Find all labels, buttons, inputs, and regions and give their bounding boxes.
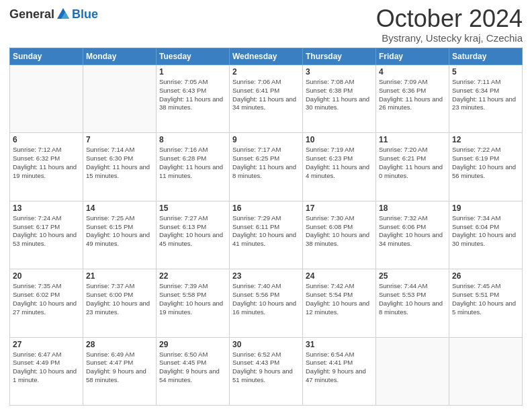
- day-info: Sunrise: 7:39 AM Sunset: 5:58 PM Dayligh…: [159, 282, 226, 316]
- col-header-friday: Friday: [376, 48, 449, 65]
- calendar-week-row: 27Sunrise: 6:47 AM Sunset: 4:49 PM Dayli…: [10, 337, 523, 405]
- calendar-header-row: SundayMondayTuesdayWednesdayThursdayFrid…: [10, 48, 523, 65]
- day-number: 19: [452, 203, 519, 213]
- calendar-cell: 14Sunrise: 7:25 AM Sunset: 6:15 PM Dayli…: [83, 201, 157, 269]
- day-number: 26: [452, 271, 519, 281]
- day-number: 15: [159, 203, 226, 213]
- day-number: 1: [159, 67, 226, 77]
- day-number: 18: [379, 203, 446, 213]
- col-header-saturday: Saturday: [449, 48, 523, 65]
- day-number: 7: [86, 135, 153, 144]
- day-info: Sunrise: 7:14 AM Sunset: 6:30 PM Dayligh…: [86, 146, 153, 180]
- calendar-cell: 21Sunrise: 7:37 AM Sunset: 6:00 PM Dayli…: [83, 269, 157, 337]
- day-number: 27: [13, 340, 80, 349]
- day-number: 13: [13, 203, 80, 213]
- day-number: 5: [452, 67, 519, 77]
- col-header-thursday: Thursday: [303, 48, 376, 65]
- calendar-cell: 18Sunrise: 7:32 AM Sunset: 6:06 PM Dayli…: [376, 201, 449, 269]
- calendar-cell: 1Sunrise: 7:05 AM Sunset: 6:43 PM Daylig…: [157, 65, 230, 133]
- day-info: Sunrise: 7:20 AM Sunset: 6:21 PM Dayligh…: [379, 146, 446, 180]
- calendar-cell: [83, 65, 157, 133]
- day-info: Sunrise: 6:49 AM Sunset: 4:47 PM Dayligh…: [86, 351, 153, 385]
- day-info: Sunrise: 6:54 AM Sunset: 4:41 PM Dayligh…: [306, 351, 373, 385]
- day-number: 28: [86, 340, 153, 349]
- day-number: 3: [306, 67, 373, 77]
- day-info: Sunrise: 7:16 AM Sunset: 6:28 PM Dayligh…: [159, 146, 226, 180]
- calendar-cell: [10, 65, 83, 133]
- day-number: 23: [232, 271, 300, 281]
- day-info: Sunrise: 7:27 AM Sunset: 6:13 PM Dayligh…: [159, 214, 226, 248]
- calendar-cell: [376, 337, 449, 405]
- calendar-cell: 30Sunrise: 6:52 AM Sunset: 4:43 PM Dayli…: [230, 337, 303, 405]
- day-info: Sunrise: 6:47 AM Sunset: 4:49 PM Dayligh…: [13, 351, 80, 385]
- logo-icon: [56, 7, 71, 21]
- day-info: Sunrise: 7:30 AM Sunset: 6:08 PM Dayligh…: [306, 214, 373, 248]
- title-area: October 2024 Bystrany, Ustecky kraj, Cze…: [376, 7, 523, 44]
- day-number: 17: [306, 203, 373, 213]
- logo-blue-text: Blue: [72, 7, 98, 21]
- calendar-week-row: 1Sunrise: 7:05 AM Sunset: 6:43 PM Daylig…: [10, 65, 523, 133]
- day-number: 8: [159, 135, 226, 144]
- calendar-cell: 27Sunrise: 6:47 AM Sunset: 4:49 PM Dayli…: [10, 337, 83, 405]
- calendar-week-row: 6Sunrise: 7:12 AM Sunset: 6:32 PM Daylig…: [10, 133, 523, 201]
- calendar-week-row: 13Sunrise: 7:24 AM Sunset: 6:17 PM Dayli…: [10, 201, 523, 269]
- calendar-cell: 5Sunrise: 7:11 AM Sunset: 6:34 PM Daylig…: [449, 65, 523, 133]
- day-info: Sunrise: 7:37 AM Sunset: 6:00 PM Dayligh…: [86, 282, 153, 316]
- calendar-cell: 20Sunrise: 7:35 AM Sunset: 6:02 PM Dayli…: [10, 269, 83, 337]
- day-number: 22: [159, 271, 226, 281]
- calendar-cell: 3Sunrise: 7:08 AM Sunset: 6:38 PM Daylig…: [303, 65, 376, 133]
- day-number: 21: [86, 271, 153, 281]
- day-info: Sunrise: 7:35 AM Sunset: 6:02 PM Dayligh…: [13, 282, 80, 316]
- page: General Blue October 2024 Bystrany, Uste…: [0, 0, 532, 411]
- day-number: 29: [159, 340, 226, 349]
- day-info: Sunrise: 7:06 AM Sunset: 6:41 PM Dayligh…: [232, 78, 300, 112]
- col-header-sunday: Sunday: [10, 48, 83, 65]
- day-number: 24: [306, 271, 373, 281]
- day-info: Sunrise: 7:09 AM Sunset: 6:36 PM Dayligh…: [379, 78, 446, 112]
- calendar-cell: 29Sunrise: 6:50 AM Sunset: 4:45 PM Dayli…: [157, 337, 230, 405]
- col-header-monday: Monday: [83, 48, 157, 65]
- calendar-cell: 22Sunrise: 7:39 AM Sunset: 5:58 PM Dayli…: [157, 269, 230, 337]
- calendar-cell: 23Sunrise: 7:40 AM Sunset: 5:56 PM Dayli…: [230, 269, 303, 337]
- day-number: 11: [379, 135, 446, 144]
- calendar-cell: 12Sunrise: 7:22 AM Sunset: 6:19 PM Dayli…: [449, 133, 523, 201]
- day-number: 16: [232, 203, 300, 213]
- location: Bystrany, Ustecky kraj, Czechia: [376, 32, 523, 44]
- day-number: 10: [306, 135, 373, 144]
- calendar-cell: 25Sunrise: 7:44 AM Sunset: 5:53 PM Dayli…: [376, 269, 449, 337]
- day-info: Sunrise: 7:22 AM Sunset: 6:19 PM Dayligh…: [452, 146, 519, 180]
- day-info: Sunrise: 6:50 AM Sunset: 4:45 PM Dayligh…: [159, 351, 226, 385]
- col-header-wednesday: Wednesday: [230, 48, 303, 65]
- day-number: 31: [306, 340, 373, 349]
- calendar-cell: 9Sunrise: 7:17 AM Sunset: 6:25 PM Daylig…: [230, 133, 303, 201]
- header: General Blue October 2024 Bystrany, Uste…: [9, 7, 523, 44]
- calendar-cell: [449, 337, 523, 405]
- day-info: Sunrise: 7:32 AM Sunset: 6:06 PM Dayligh…: [379, 214, 446, 248]
- day-number: 14: [86, 203, 153, 213]
- day-number: 6: [13, 135, 80, 144]
- calendar-cell: 26Sunrise: 7:45 AM Sunset: 5:51 PM Dayli…: [449, 269, 523, 337]
- month-title: October 2024: [376, 7, 523, 31]
- day-info: Sunrise: 7:24 AM Sunset: 6:17 PM Dayligh…: [13, 214, 80, 248]
- calendar-cell: 7Sunrise: 7:14 AM Sunset: 6:30 PM Daylig…: [83, 133, 157, 201]
- logo: General Blue: [9, 7, 98, 21]
- day-info: Sunrise: 7:34 AM Sunset: 6:04 PM Dayligh…: [452, 214, 519, 248]
- day-info: Sunrise: 7:05 AM Sunset: 6:43 PM Dayligh…: [159, 78, 226, 112]
- calendar-cell: 31Sunrise: 6:54 AM Sunset: 4:41 PM Dayli…: [303, 337, 376, 405]
- day-info: Sunrise: 7:29 AM Sunset: 6:11 PM Dayligh…: [232, 214, 300, 248]
- day-info: Sunrise: 7:40 AM Sunset: 5:56 PM Dayligh…: [232, 282, 300, 316]
- calendar-cell: 4Sunrise: 7:09 AM Sunset: 6:36 PM Daylig…: [376, 65, 449, 133]
- calendar-cell: 28Sunrise: 6:49 AM Sunset: 4:47 PM Dayli…: [83, 337, 157, 405]
- day-info: Sunrise: 7:08 AM Sunset: 6:38 PM Dayligh…: [306, 78, 373, 112]
- day-number: 2: [232, 67, 300, 77]
- calendar-cell: 6Sunrise: 7:12 AM Sunset: 6:32 PM Daylig…: [10, 133, 83, 201]
- day-info: Sunrise: 7:45 AM Sunset: 5:51 PM Dayligh…: [452, 282, 519, 316]
- calendar-cell: 16Sunrise: 7:29 AM Sunset: 6:11 PM Dayli…: [230, 201, 303, 269]
- day-number: 25: [379, 271, 446, 281]
- calendar-week-row: 20Sunrise: 7:35 AM Sunset: 6:02 PM Dayli…: [10, 269, 523, 337]
- day-number: 9: [232, 135, 300, 144]
- day-info: Sunrise: 7:42 AM Sunset: 5:54 PM Dayligh…: [306, 282, 373, 316]
- calendar-table: SundayMondayTuesdayWednesdayThursdayFrid…: [9, 48, 523, 406]
- calendar-cell: 8Sunrise: 7:16 AM Sunset: 6:28 PM Daylig…: [157, 133, 230, 201]
- calendar-cell: 2Sunrise: 7:06 AM Sunset: 6:41 PM Daylig…: [230, 65, 303, 133]
